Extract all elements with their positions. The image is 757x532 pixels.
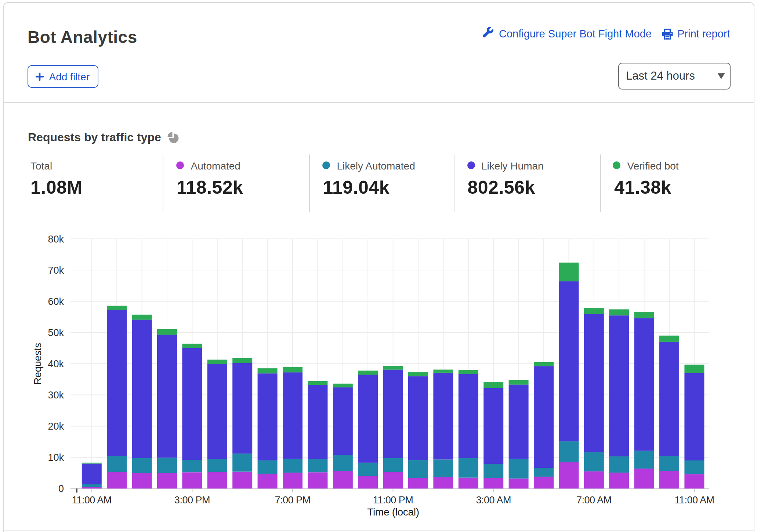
svg-text:3:00 PM: 3:00 PM [174,495,210,506]
svg-text:Time (local): Time (local) [367,506,419,518]
svg-text:7:00 AM: 7:00 AM [576,495,612,506]
svg-text:Requests: Requests [32,343,43,385]
svg-text:30k: 30k [48,390,64,401]
svg-text:11:00 AM: 11:00 AM [72,495,112,506]
svg-text:11:00 PM: 11:00 PM [373,495,413,506]
svg-text:80k: 80k [48,234,64,245]
svg-text:40k: 40k [48,358,64,369]
svg-text:7:00 PM: 7:00 PM [275,495,310,506]
svg-text:70k: 70k [48,265,64,276]
svg-text:3:00 AM: 3:00 AM [476,495,511,506]
svg-text:0: 0 [58,483,64,494]
svg-text:50k: 50k [48,327,64,338]
svg-text:11:00 AM: 11:00 AM [674,495,714,506]
svg-text:10k: 10k [48,452,64,463]
svg-text:60k: 60k [48,296,64,307]
svg-text:20k: 20k [48,421,64,432]
